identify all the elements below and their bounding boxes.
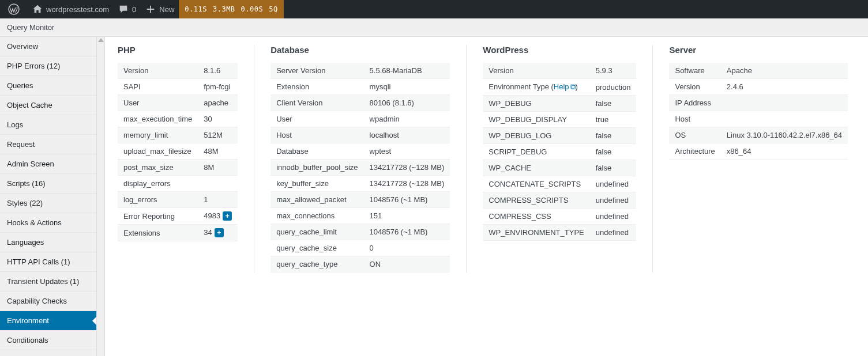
site-link[interactable]: wordpresstest.com bbox=[28, 0, 114, 18]
sidebar-item-logs[interactable]: Logs bbox=[0, 115, 96, 135]
table-row: WP_DEBUG_DISPLAYtrue bbox=[483, 112, 636, 128]
sidebar-item-transient-updates-1[interactable]: Transient Updates (1) bbox=[0, 272, 96, 291]
row-value: 5.5.68-MariaDB bbox=[364, 63, 450, 79]
row-key: Version bbox=[483, 63, 589, 79]
database-table: Server Version5.5.68-MariaDBExtensionmys… bbox=[270, 63, 450, 272]
row-key: Extensions bbox=[118, 225, 198, 241]
table-row: CONCATENATE_SCRIPTSundefined bbox=[483, 176, 636, 192]
sidebar-item-php-errors-12[interactable]: PHP Errors (12) bbox=[0, 56, 96, 76]
qm-time: 0.11S bbox=[185, 5, 207, 13]
row-key: query_cache_limit bbox=[270, 224, 363, 240]
row-value: Apache bbox=[721, 63, 848, 79]
site-name: wordpresstest.com bbox=[46, 5, 109, 14]
comments-count: 0 bbox=[132, 5, 136, 14]
table-row: Server Version5.5.68-MariaDB bbox=[270, 63, 450, 79]
row-value: 1048576 (~1 MB) bbox=[364, 224, 450, 240]
qm-stats[interactable]: 0.11S 3.3MB 0.00S 5Q bbox=[179, 0, 283, 18]
database-heading: Database bbox=[270, 45, 450, 55]
row-key: post_max_size bbox=[118, 160, 198, 176]
table-row: Extensionmysqli bbox=[270, 79, 450, 95]
expand-badge[interactable]: + bbox=[215, 228, 224, 237]
table-row: Client Version80106 (8.1.6) bbox=[270, 95, 450, 111]
row-value: false bbox=[590, 96, 637, 112]
row-key: OS bbox=[669, 127, 720, 143]
sidebar-item-languages[interactable]: Languages bbox=[0, 233, 96, 252]
table-row: display_errors bbox=[118, 176, 238, 192]
qm-db-time: 0.00S bbox=[241, 5, 264, 13]
table-row: WP_DEBUGfalse bbox=[483, 96, 636, 112]
row-key: WP_DEBUG bbox=[483, 96, 589, 112]
row-key: SCRIPT_DEBUG bbox=[483, 144, 589, 160]
php-table: Version8.1.6SAPIfpm-fcgiUserapachemax_ex… bbox=[118, 63, 238, 241]
sidebar-item-scripts-16[interactable]: Scripts (16) bbox=[0, 174, 96, 194]
row-key: Software bbox=[669, 63, 720, 79]
row-key: Client Version bbox=[270, 95, 363, 111]
row-key: max_execution_time bbox=[118, 111, 198, 127]
admin-bar: wordpresstest.com 0 New 0.11S 3.3MB 0.00… bbox=[0, 0, 868, 18]
row-value: false bbox=[590, 128, 637, 144]
help-link[interactable]: Help bbox=[554, 82, 569, 91]
row-value: 5.9.3 bbox=[590, 63, 637, 79]
row-key: Architecture bbox=[669, 143, 720, 160]
row-key: innodb_buffer_pool_size bbox=[270, 160, 363, 176]
sidebar-item-request[interactable]: Request bbox=[0, 135, 96, 154]
row-value: production bbox=[590, 79, 637, 96]
panel-title-text: Query Monitor bbox=[7, 23, 54, 32]
table-row: max_execution_time30 bbox=[118, 111, 238, 127]
sidebar-item-object-cache[interactable]: Object Cache bbox=[0, 96, 96, 115]
scroll-up-icon bbox=[98, 38, 104, 42]
table-row: Version5.9.3 bbox=[483, 63, 636, 79]
scrollbar[interactable] bbox=[97, 37, 105, 356]
table-row: Extensions34+ bbox=[118, 225, 238, 241]
table-row: post_max_size8M bbox=[118, 160, 238, 176]
table-row: WP_ENVIRONMENT_TYPEundefined bbox=[483, 225, 636, 241]
server-panel: Server SoftwareApacheVersion2.4.6IP Addr… bbox=[669, 45, 848, 272]
qm-memory: 3.3MB bbox=[213, 5, 235, 13]
wordpress-panel: WordPress Version5.9.3Environment Type (… bbox=[483, 45, 653, 272]
table-row: Error Reporting4983+ bbox=[118, 208, 238, 225]
wp-logo[interactable] bbox=[3, 0, 28, 18]
table-row: SAPIfpm-fcgi bbox=[118, 79, 238, 95]
table-row: query_cache_limit1048576 (~1 MB) bbox=[270, 224, 450, 240]
sidebar-item-http-api-calls-1[interactable]: HTTP API Calls (1) bbox=[0, 252, 96, 272]
sidebar-item-styles-22[interactable]: Styles (22) bbox=[0, 194, 96, 213]
row-value: 8M bbox=[198, 160, 238, 176]
wordpress-heading: WordPress bbox=[483, 45, 636, 55]
row-value: mysqli bbox=[364, 79, 450, 95]
row-key: COMPRESS_CSS bbox=[483, 209, 589, 225]
row-key: max_allowed_packet bbox=[270, 192, 363, 208]
row-value: x86_64 bbox=[721, 143, 848, 160]
external-icon: ⧉ bbox=[570, 82, 576, 92]
row-key: memory_limit bbox=[118, 127, 198, 143]
sidebar-item-hooks-actions[interactable]: Hooks & Actions bbox=[0, 213, 96, 233]
table-row: Hostlocalhost bbox=[270, 127, 450, 143]
row-value: 151 bbox=[364, 208, 450, 224]
table-row: innodb_buffer_pool_size134217728 (~128 M… bbox=[270, 160, 450, 176]
sidebar-item-environment[interactable]: Environment bbox=[0, 311, 96, 331]
row-value bbox=[721, 111, 848, 127]
sidebar-item-admin-screen[interactable]: Admin Screen bbox=[0, 154, 96, 174]
sidebar-item-overview[interactable]: Overview bbox=[0, 37, 96, 56]
expand-badge[interactable]: + bbox=[223, 211, 232, 221]
table-row: WP_CACHEfalse bbox=[483, 160, 636, 176]
comments-link[interactable]: 0 bbox=[114, 0, 141, 18]
row-key: WP_ENVIRONMENT_TYPE bbox=[483, 225, 589, 241]
row-key: WP_DEBUG_LOG bbox=[483, 128, 589, 144]
row-value: 34+ bbox=[198, 225, 238, 241]
table-row: query_cache_typeON bbox=[270, 256, 450, 272]
table-row: IP Address bbox=[669, 95, 848, 111]
table-row: Version8.1.6 bbox=[118, 63, 238, 79]
table-row: Host bbox=[669, 111, 848, 127]
row-key: Error Reporting bbox=[118, 208, 198, 225]
row-key: IP Address bbox=[669, 95, 720, 111]
sidebar-item-conditionals[interactable]: Conditionals bbox=[0, 331, 96, 350]
row-key: User bbox=[118, 95, 198, 111]
sidebar-item-capability-checks[interactable]: Capability Checks bbox=[0, 291, 96, 311]
new-link[interactable]: New bbox=[141, 0, 179, 18]
server-heading: Server bbox=[669, 45, 848, 55]
wordpress-table: Version5.9.3Environment Type (Help ⧉)pro… bbox=[483, 63, 636, 241]
row-key: max_connections bbox=[270, 208, 363, 224]
row-key: Version bbox=[118, 63, 198, 79]
sidebar-item-queries[interactable]: Queries bbox=[0, 76, 96, 96]
row-value: 4983+ bbox=[198, 208, 238, 225]
